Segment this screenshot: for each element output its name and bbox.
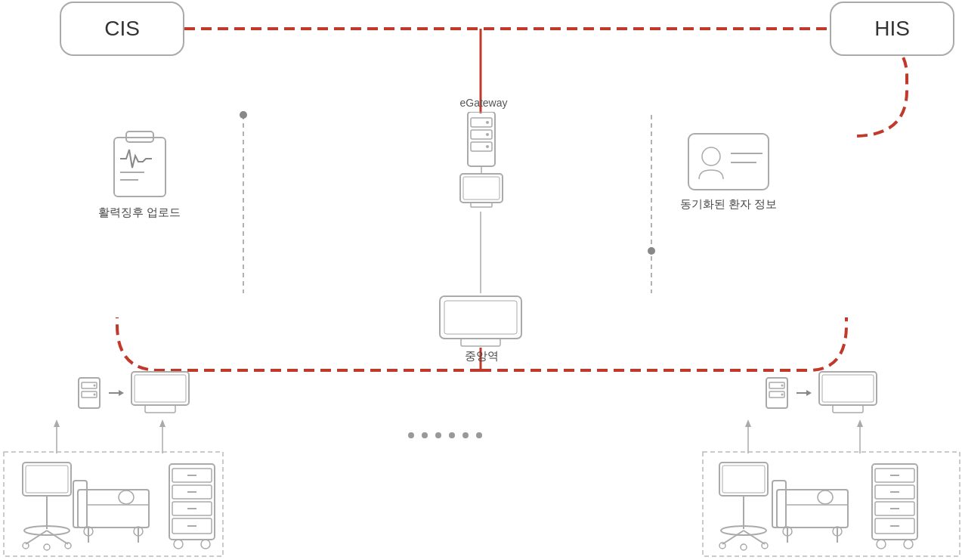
svg-point-117 bbox=[877, 540, 886, 549]
his-label: HIS bbox=[874, 17, 910, 41]
svg-rect-48 bbox=[131, 372, 189, 405]
svg-point-89 bbox=[174, 540, 183, 549]
svg-point-2 bbox=[240, 111, 247, 119]
svg-point-71 bbox=[44, 544, 50, 550]
central-station-icon bbox=[438, 295, 523, 352]
right-bedside-unit bbox=[763, 370, 878, 416]
svg-point-22 bbox=[486, 133, 489, 136]
dot-5 bbox=[462, 432, 469, 438]
svg-rect-30 bbox=[444, 301, 517, 334]
svg-point-45 bbox=[94, 394, 96, 396]
svg-point-102 bbox=[818, 490, 833, 504]
svg-rect-91 bbox=[719, 463, 768, 496]
cis-label: CIS bbox=[104, 17, 140, 41]
vital-upload-label: 활력징후 업로드 bbox=[98, 206, 181, 220]
svg-point-23 bbox=[486, 145, 489, 148]
svg-rect-51 bbox=[145, 405, 175, 413]
left-med-cart bbox=[165, 463, 219, 556]
svg-point-90 bbox=[201, 540, 210, 549]
svg-rect-62 bbox=[833, 405, 863, 413]
right-med-cart bbox=[868, 463, 922, 556]
dot-6 bbox=[476, 432, 482, 438]
svg-rect-49 bbox=[135, 375, 186, 402]
svg-point-55 bbox=[781, 385, 784, 387]
cis-box: CIS bbox=[60, 2, 184, 56]
right-hospital-bed bbox=[771, 467, 854, 553]
svg-point-118 bbox=[904, 540, 913, 549]
svg-point-99 bbox=[741, 544, 747, 550]
svg-rect-63 bbox=[23, 463, 71, 496]
svg-rect-100 bbox=[777, 490, 848, 528]
svg-rect-59 bbox=[819, 372, 877, 405]
patient-info-block: 동기화된 환자 정보 bbox=[680, 132, 777, 212]
svg-rect-72 bbox=[78, 490, 149, 528]
left-bedside-unit bbox=[76, 370, 190, 416]
svg-rect-60 bbox=[822, 375, 874, 402]
right-vital-monitor bbox=[713, 461, 774, 555]
svg-rect-24 bbox=[460, 174, 503, 203]
svg-rect-92 bbox=[722, 466, 765, 493]
svg-marker-47 bbox=[119, 390, 124, 396]
svg-rect-25 bbox=[463, 177, 500, 200]
egateway-icon bbox=[454, 112, 509, 213]
svg-marker-10 bbox=[159, 419, 165, 427]
his-box: HIS bbox=[830, 2, 954, 56]
svg-point-38 bbox=[702, 147, 720, 166]
svg-point-4 bbox=[648, 247, 655, 255]
dot-2 bbox=[422, 432, 428, 438]
svg-point-44 bbox=[94, 385, 96, 387]
svg-marker-58 bbox=[806, 390, 812, 396]
svg-marker-15 bbox=[857, 419, 863, 427]
svg-rect-101 bbox=[772, 481, 786, 528]
svg-rect-29 bbox=[440, 296, 521, 339]
patient-info-label: 동기화된 환자 정보 bbox=[680, 197, 777, 212]
diagram-container: CIS HIS eGateway 중앙역 bbox=[0, 0, 962, 560]
svg-rect-33 bbox=[114, 138, 165, 196]
svg-rect-73 bbox=[73, 481, 87, 528]
svg-point-56 bbox=[781, 394, 784, 396]
svg-marker-13 bbox=[745, 419, 751, 427]
dot-3 bbox=[435, 432, 441, 438]
svg-point-21 bbox=[486, 121, 489, 124]
left-hospital-bed bbox=[72, 467, 155, 553]
dot-1 bbox=[408, 432, 414, 438]
svg-marker-8 bbox=[54, 419, 60, 427]
svg-rect-32 bbox=[461, 339, 500, 346]
svg-rect-37 bbox=[688, 134, 769, 190]
egateway-label: eGateway bbox=[446, 97, 521, 109]
vital-upload-block: 활력징후 업로드 bbox=[98, 127, 181, 220]
svg-rect-64 bbox=[26, 466, 68, 493]
left-vital-monitor bbox=[17, 461, 77, 555]
dot-4 bbox=[449, 432, 455, 438]
svg-point-74 bbox=[119, 490, 134, 504]
center-dots bbox=[408, 432, 482, 438]
